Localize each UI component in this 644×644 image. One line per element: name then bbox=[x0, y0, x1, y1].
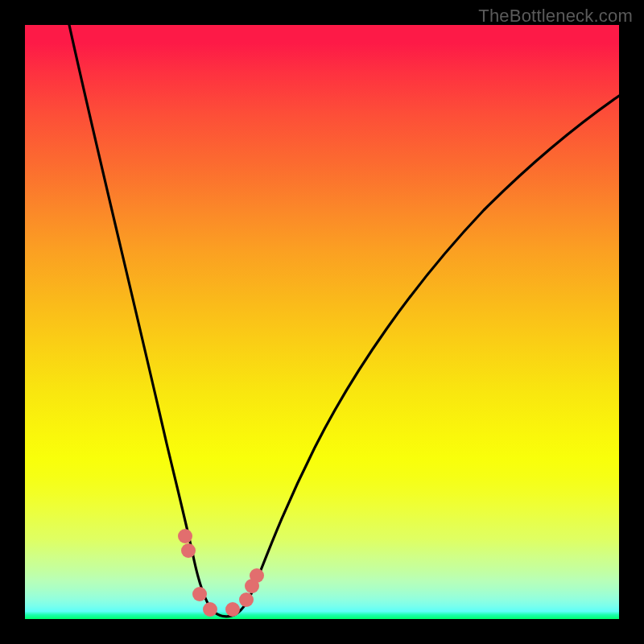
marker-dot bbox=[239, 592, 254, 607]
plot-area bbox=[25, 25, 619, 619]
bottleneck-curve bbox=[69, 25, 619, 617]
marker-dot bbox=[203, 602, 217, 617]
marker-dot bbox=[178, 529, 192, 543]
marker-dot bbox=[192, 587, 207, 601]
marker-dot bbox=[250, 568, 264, 583]
chart-frame: TheBottleneck.com bbox=[0, 0, 644, 644]
watermark-text: TheBottleneck.com bbox=[478, 6, 633, 27]
marker-dot bbox=[225, 602, 240, 617]
marker-dot bbox=[181, 543, 196, 558]
chart-svg bbox=[25, 25, 619, 619]
